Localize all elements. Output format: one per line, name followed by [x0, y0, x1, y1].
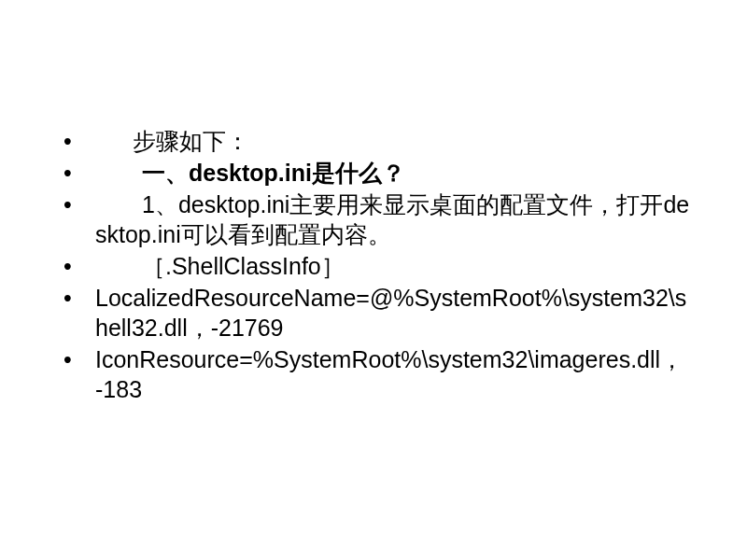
item-text: IconResource=%SystemRoot%\system32\image…	[95, 346, 684, 402]
item-text: LocalizedResourceName=@%SystemRoot%\syst…	[95, 285, 686, 341]
item-text: desktop.ini主要用来显示桌面的配置文件，打开desktop.ini可以…	[95, 191, 689, 247]
list-item: LocalizedResourceName=@%SystemRoot%\syst…	[56, 283, 691, 343]
item-prefix: 1、	[142, 191, 178, 217]
item-prefix: 一、	[142, 160, 189, 186]
list-item: ［.ShellClassInfo］	[56, 251, 691, 281]
slide: 步骤如下： 一、desktop.ini是什么？ 1、desktop.ini主要用…	[0, 0, 747, 560]
list-item: 步骤如下：	[56, 126, 691, 156]
list-item: 1、desktop.ini主要用来显示桌面的配置文件，打开desktop.ini…	[56, 189, 691, 249]
item-text: ［.ShellClassInfo］	[142, 253, 345, 279]
list-item: 一、desktop.ini是什么？	[56, 158, 691, 188]
item-text: desktop.ini是什么？	[189, 160, 405, 186]
item-text: 步骤如下：	[133, 128, 249, 154]
bullet-list: 步骤如下： 一、desktop.ini是什么？ 1、desktop.ini主要用…	[56, 126, 691, 404]
list-item: IconResource=%SystemRoot%\system32\image…	[56, 344, 691, 404]
